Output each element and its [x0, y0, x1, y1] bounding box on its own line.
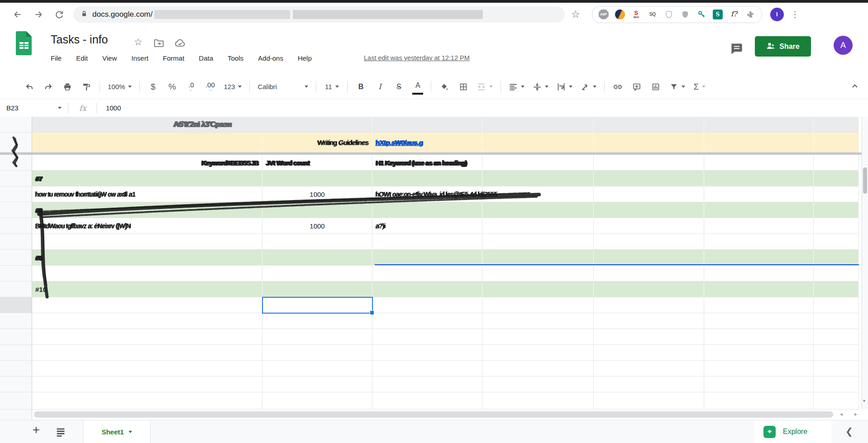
row-header-cell[interactable] — [0, 155, 32, 171]
grid-cell[interactable] — [482, 234, 594, 250]
format-percent-icon[interactable]: % — [167, 80, 177, 94]
grid-cell[interactable] — [704, 171, 814, 186]
extension-shield-filled-icon[interactable] — [680, 10, 690, 19]
grid-cell[interactable] — [372, 266, 482, 281]
name-box[interactable]: B23 — [0, 104, 68, 112]
borders-icon[interactable] — [458, 80, 469, 94]
grid-cell[interactable] — [372, 392, 482, 410]
grid-cell[interactable] — [704, 329, 814, 345]
grid-cell[interactable] — [704, 186, 814, 202]
grid-cell[interactable]: #10 — [32, 281, 262, 297]
grid-cell[interactable] — [594, 171, 704, 186]
grid-cell[interactable]: #8 — [32, 202, 262, 218]
grid-cell[interactable] — [814, 281, 859, 297]
grid-cell[interactable] — [262, 250, 372, 266]
grid-cell[interactable] — [704, 361, 814, 376]
merge-cells-icon[interactable] — [477, 80, 493, 94]
grid-cell[interactable] — [32, 345, 262, 361]
zoom-select[interactable]: 100% — [108, 80, 132, 94]
grid-cell[interactable] — [814, 345, 859, 361]
explore-button[interactable]: ✦ Explore — [754, 420, 831, 443]
grid-cell[interactable] — [594, 345, 704, 361]
row-header-cell[interactable] — [0, 218, 32, 234]
grid-cell[interactable] — [814, 313, 859, 329]
grid-cell[interactable] — [594, 329, 704, 345]
grid-cell[interactable] — [482, 117, 594, 133]
fill-color-icon[interactable] — [439, 80, 450, 94]
sheet-tab-sheet1[interactable]: Sheet1 — [83, 420, 151, 443]
grid-cell[interactable]: hXtp.sW0/aus.g — [372, 133, 482, 152]
menu-insert[interactable]: Insert — [131, 54, 148, 62]
grid-cell[interactable] — [594, 376, 704, 392]
menu-help[interactable]: Help — [298, 54, 312, 62]
extension-s-icon[interactable]: S — [713, 10, 723, 19]
paint-format-icon[interactable] — [81, 80, 92, 94]
grid-cell[interactable] — [32, 329, 262, 345]
last-edit-link[interactable]: Last edit was yesterday at 12:12 PM — [364, 54, 470, 62]
doc-title[interactable]: Tasks - info — [51, 33, 108, 46]
grid-cell[interactable] — [262, 202, 372, 218]
menu-edit[interactable]: Edit — [76, 54, 88, 62]
decrease-decimals-icon[interactable]: .0← — [186, 80, 196, 94]
grid-cell[interactable] — [262, 361, 372, 376]
row-header-cell[interactable] — [0, 345, 32, 361]
grid-cell[interactable] — [704, 218, 814, 234]
horizontal-scrollbar[interactable]: ◂ ▸ — [0, 410, 868, 420]
grid-cell[interactable] — [372, 345, 482, 361]
grid-cell[interactable] — [262, 266, 372, 281]
fill-handle[interactable] — [370, 310, 374, 315]
grid-cell[interactable] — [594, 117, 704, 133]
grid-cell[interactable] — [262, 345, 372, 361]
menu-tools[interactable]: Tools — [228, 54, 243, 62]
url-bar[interactable]: docs.google.com/ — [73, 6, 565, 23]
grid-cell[interactable] — [262, 313, 372, 329]
row-header-cell[interactable] — [0, 133, 32, 152]
forward-icon[interactable] — [31, 7, 46, 22]
name-box-caret-icon[interactable] — [58, 107, 62, 109]
font-size-select[interactable]: 11 — [324, 80, 339, 94]
grid-cell[interactable] — [814, 234, 859, 250]
comment-icon[interactable] — [730, 42, 744, 57]
grid-cell[interactable] — [814, 376, 859, 392]
grid-cell[interactable] — [814, 297, 859, 313]
grid-cell[interactable] — [482, 250, 594, 266]
all-sheets-icon[interactable] — [55, 426, 66, 439]
grid-cell[interactable]: Keyword#BEB5SJB — [32, 155, 262, 171]
browser-menu-icon[interactable]: ⋮ — [791, 10, 799, 19]
grid-cell[interactable]: Writing Guidelines — [262, 133, 372, 152]
grid-cell[interactable]: #7 — [32, 171, 262, 186]
font-family-select[interactable]: Calibri — [258, 80, 308, 94]
horizontal-scrollbar-thumb[interactable] — [34, 411, 833, 418]
grid-cell[interactable] — [262, 234, 372, 250]
grid-cell[interactable] — [482, 281, 594, 297]
grid-cell[interactable] — [814, 171, 859, 186]
grid-cell[interactable] — [704, 313, 814, 329]
row-header-cell[interactable] — [0, 186, 32, 202]
grid-cell[interactable]: 1000 — [262, 186, 372, 202]
grid-cell[interactable] — [704, 345, 814, 361]
grid-cell[interactable] — [482, 313, 594, 329]
extension-flame-icon[interactable] — [615, 10, 625, 19]
menu-addons[interactable]: Add-ons — [258, 54, 283, 62]
grid-cell[interactable] — [704, 155, 814, 171]
insert-comment-icon[interactable] — [631, 80, 642, 94]
menu-view[interactable]: View — [102, 54, 117, 62]
insert-chart-icon[interactable] — [650, 80, 661, 94]
row-header-cell[interactable] — [0, 250, 32, 266]
grid-cell[interactable] — [594, 281, 704, 297]
grid-cell[interactable] — [814, 392, 859, 410]
row-header-cell[interactable] — [0, 171, 32, 186]
extension-shield-outline-icon[interactable] — [664, 10, 674, 19]
extension-adblock-icon[interactable]: ABP — [599, 10, 609, 19]
cloud-saved-icon[interactable] — [175, 38, 186, 49]
grid-cell[interactable] — [814, 202, 859, 218]
grid-cell[interactable] — [594, 297, 704, 313]
grid-cell[interactable]: 1000 — [262, 218, 372, 234]
row-header-cell[interactable] — [0, 281, 32, 297]
grid-cell[interactable] — [594, 202, 704, 218]
grid-cell[interactable] — [262, 171, 372, 186]
increase-decimals-icon[interactable]: .00→ — [205, 80, 215, 94]
redo-icon[interactable] — [43, 80, 54, 94]
row-header-cell[interactable] — [0, 329, 32, 345]
sheet-tab-menu-icon[interactable] — [129, 431, 132, 433]
